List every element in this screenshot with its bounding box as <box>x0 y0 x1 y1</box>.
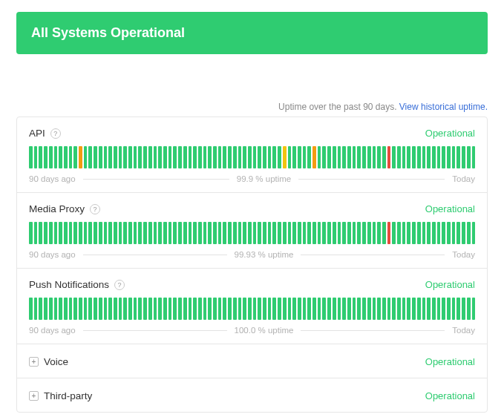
uptime-day-bar[interactable] <box>447 298 451 320</box>
uptime-day-bar[interactable] <box>114 146 117 168</box>
uptime-day-bar[interactable] <box>208 222 212 244</box>
uptime-day-bar[interactable] <box>243 222 246 244</box>
uptime-day-bar[interactable] <box>158 222 162 244</box>
uptime-day-bar[interactable] <box>59 222 62 244</box>
uptime-day-bar[interactable] <box>467 146 471 168</box>
uptime-day-bar[interactable] <box>163 298 167 320</box>
uptime-day-bar[interactable] <box>119 222 122 244</box>
uptime-day-bar[interactable] <box>367 146 371 168</box>
uptime-day-bar[interactable] <box>189 146 192 168</box>
uptime-day-bar[interactable] <box>307 146 311 168</box>
uptime-day-bar[interactable] <box>272 298 276 320</box>
uptime-day-bar[interactable] <box>397 146 401 168</box>
uptime-day-bar[interactable] <box>417 146 421 168</box>
uptime-day-bar[interactable] <box>303 146 307 168</box>
uptime-day-bar[interactable] <box>228 298 232 320</box>
uptime-day-bar[interactable] <box>342 222 346 244</box>
uptime-day-bar[interactable] <box>143 298 147 320</box>
uptime-day-bar[interactable] <box>104 146 108 168</box>
uptime-day-bar[interactable] <box>357 222 361 244</box>
uptime-day-bar[interactable] <box>447 222 451 244</box>
uptime-day-bar[interactable] <box>452 146 456 168</box>
uptime-day-bar[interactable] <box>143 146 147 168</box>
uptime-day-bar[interactable] <box>108 222 112 244</box>
uptime-day-bar[interactable] <box>298 146 301 168</box>
uptime-day-bar[interactable] <box>263 222 266 244</box>
uptime-day-bar[interactable] <box>333 146 336 168</box>
uptime-day-bar[interactable] <box>173 222 177 244</box>
uptime-day-bar[interactable] <box>422 146 426 168</box>
uptime-day-bar[interactable] <box>123 222 127 244</box>
uptime-day-bar[interactable] <box>437 222 441 244</box>
uptime-day-bar[interactable] <box>238 146 242 168</box>
uptime-day-bar[interactable] <box>442 298 445 320</box>
uptime-day-bar[interactable] <box>34 298 38 320</box>
uptime-day-bar[interactable] <box>412 146 416 168</box>
uptime-day-bar[interactable] <box>253 222 257 244</box>
uptime-day-bar[interactable] <box>456 298 460 320</box>
uptime-day-bar[interactable] <box>39 298 42 320</box>
uptime-day-bar[interactable] <box>327 222 331 244</box>
uptime-day-bar[interactable] <box>288 298 292 320</box>
uptime-day-bar[interactable] <box>283 146 287 168</box>
uptime-day-bar[interactable] <box>353 146 356 168</box>
uptime-day-bar[interactable] <box>158 146 162 168</box>
uptime-day-bar[interactable] <box>193 146 197 168</box>
uptime-day-bar[interactable] <box>248 298 252 320</box>
uptime-day-bar[interactable] <box>39 222 42 244</box>
uptime-day-bar[interactable] <box>94 298 97 320</box>
uptime-day-bar[interactable] <box>253 146 257 168</box>
uptime-day-bar[interactable] <box>54 146 58 168</box>
uptime-day-bar[interactable] <box>263 146 266 168</box>
uptime-day-bar[interactable] <box>79 298 82 320</box>
uptime-day-bar[interactable] <box>193 298 197 320</box>
uptime-day-bar[interactable] <box>268 298 272 320</box>
uptime-day-bar[interactable] <box>298 222 301 244</box>
uptime-day-bar[interactable] <box>213 222 217 244</box>
uptime-day-bar[interactable] <box>432 222 436 244</box>
uptime-day-bar[interactable] <box>353 298 356 320</box>
historical-uptime-link[interactable]: View historical uptime. <box>399 102 488 112</box>
uptime-day-bar[interactable] <box>327 146 331 168</box>
uptime-day-bar[interactable] <box>367 222 371 244</box>
uptime-day-bar[interactable] <box>303 298 307 320</box>
uptime-day-bar[interactable] <box>377 222 381 244</box>
uptime-day-bar[interactable] <box>377 298 381 320</box>
uptime-day-bar[interactable] <box>154 222 157 244</box>
uptime-day-bar[interactable] <box>73 222 77 244</box>
uptime-day-bar[interactable] <box>318 298 321 320</box>
uptime-day-bar[interactable] <box>54 222 58 244</box>
uptime-day-bar[interactable] <box>402 222 406 244</box>
uptime-day-bar[interactable] <box>49 222 53 244</box>
uptime-day-bar[interactable] <box>292 222 296 244</box>
uptime-day-bar[interactable] <box>88 222 92 244</box>
uptime-day-bar[interactable] <box>322 298 326 320</box>
uptime-day-bar[interactable] <box>392 298 396 320</box>
uptime-day-bar[interactable] <box>243 298 246 320</box>
uptime-day-bar[interactable] <box>34 146 38 168</box>
uptime-day-bar[interactable] <box>193 222 197 244</box>
uptime-day-bar[interactable] <box>213 298 217 320</box>
uptime-day-bar[interactable] <box>338 146 341 168</box>
uptime-day-bar[interactable] <box>278 146 281 168</box>
uptime-day-bar[interactable] <box>128 222 132 244</box>
uptime-day-bar[interactable] <box>114 298 117 320</box>
uptime-day-bar[interactable] <box>362 146 366 168</box>
uptime-day-bar[interactable] <box>233 298 237 320</box>
uptime-day-bar[interactable] <box>407 146 410 168</box>
uptime-day-bar[interactable] <box>44 146 48 168</box>
uptime-day-bar[interactable] <box>138 222 142 244</box>
uptime-day-bar[interactable] <box>79 146 82 168</box>
uptime-day-bar[interactable] <box>272 146 276 168</box>
uptime-day-bar[interactable] <box>148 146 152 168</box>
uptime-day-bar[interactable] <box>49 146 53 168</box>
uptime-day-bar[interactable] <box>178 222 182 244</box>
uptime-day-bar[interactable] <box>203 298 207 320</box>
uptime-day-bar[interactable] <box>382 146 386 168</box>
uptime-day-bar[interactable] <box>382 298 386 320</box>
uptime-day-bar[interactable] <box>73 146 77 168</box>
uptime-day-bar[interactable] <box>253 298 257 320</box>
uptime-day-bar[interactable] <box>437 146 441 168</box>
uptime-day-bar[interactable] <box>387 146 391 168</box>
uptime-day-bar[interactable] <box>456 222 460 244</box>
